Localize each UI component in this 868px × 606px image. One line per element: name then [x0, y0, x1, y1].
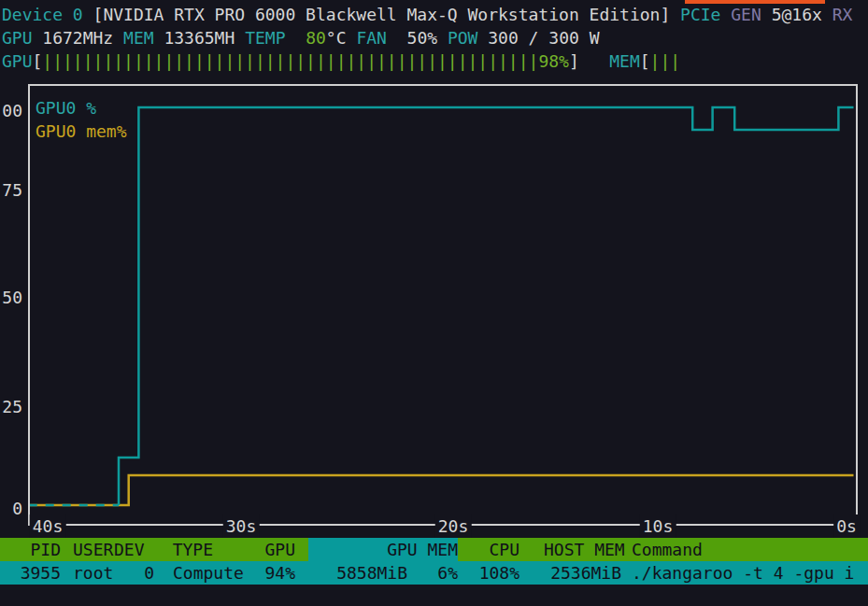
process-table-header: PIDUSERDEVTYPEGPUGPU MEMCPUHOST MEMComma… [0, 538, 868, 561]
legend-gpu0-: GPU0 % [36, 96, 96, 120]
process-cell-gpu-mem: 5858MiB [336, 561, 407, 585]
column-header-host-mem[interactable]: HOST MEM [544, 538, 625, 561]
mem-gauge-pipes: ||| [650, 51, 681, 71]
device-name: [NVIDIA RTX PRO 6000 Blackwell Max-Q Wor… [83, 5, 680, 24]
series-gpu0-mem- [30, 475, 853, 505]
gpu-gauge-percent: 98% [538, 51, 569, 71]
column-header-command[interactable]: Command [632, 538, 703, 561]
gpu-gauge-label: GPU [2, 51, 33, 71]
process-cell-pid: 3955 [21, 561, 61, 585]
column-header-pid[interactable]: PID [30, 538, 61, 561]
fan-value: 50% [387, 28, 448, 48]
process-cell-type: Compute [173, 561, 244, 585]
process-cell-command: ./kangaroo -t 4 -gpu i [632, 561, 854, 585]
x-tick-40s: 40s [30, 514, 66, 538]
process-cell-user: root [73, 561, 113, 585]
gpu-gauge-close-bracket: ] [569, 51, 579, 71]
temp-unit: °C [326, 28, 357, 48]
y-tick-25: 25 [2, 395, 22, 418]
column-header-type[interactable]: TYPE [173, 538, 213, 561]
pcie-label: PCIe [680, 5, 731, 24]
mem-gauge-label: MEM [609, 51, 640, 71]
x-tick-10s: 10s [640, 514, 676, 538]
process-cell-gpu: 94% [264, 561, 295, 585]
column-header-gpu[interactable]: GPU [264, 538, 295, 561]
process-row[interactable]: 3955root0Compute94%5858MiB6%108%2536MiB.… [0, 561, 868, 585]
process-cell-dev: 0 [144, 561, 154, 585]
process-cell-cpu: 108% [479, 561, 519, 585]
y-tick-00: 00 [2, 99, 22, 122]
x-tick-0s: 0s [833, 514, 860, 538]
pcie-gen-value: 5@16x [772, 5, 832, 24]
temp-label: TEMP [245, 28, 285, 48]
pcie-gen-label: GEN [731, 5, 771, 24]
gpu-gauge-pipes: ||||||||||||||||||||||||||||||||||||||||… [42, 51, 538, 71]
temp-spacer [285, 28, 306, 48]
utilization-gauges-line: GPU[||||||||||||||||||||||||||||||||||||… [2, 49, 680, 73]
mem-clock-label: MEM [123, 28, 154, 48]
chart-lines [30, 86, 856, 524]
process-cell-host-mem: 2536MiB [550, 561, 621, 585]
temp-value: 80 [306, 28, 326, 48]
y-tick-0: 0 [2, 497, 22, 520]
x-tick-20s: 20s [435, 514, 472, 538]
column-header-gpu-mem[interactable]: GPU MEM [387, 538, 458, 561]
column-header-dev[interactable]: DEV [114, 538, 145, 561]
process-cell-gpu-mem-pct: 6% [437, 561, 458, 585]
x-tick-30s: 30s [223, 514, 260, 538]
legend-gpu0-mem-: GPU0 mem% [36, 120, 127, 143]
power-value: 300 / 300 W [477, 28, 599, 48]
device-label: Device 0 [2, 5, 83, 24]
y-tick-50: 50 [2, 286, 22, 309]
series-gpu0- [119, 107, 854, 505]
gpu-gauge-open-bracket: [ [33, 51, 43, 71]
y-tick-75: 75 [2, 178, 22, 202]
utilization-chart [28, 84, 858, 526]
gpu-clock-label: GPU [2, 28, 33, 48]
pcie-rx-label: RX [832, 5, 853, 24]
column-header-user[interactable]: USER [73, 538, 113, 561]
mem-clock-value: 13365MH [154, 28, 246, 48]
gpu-stats-line: GPU 1672MHz MEM 13365MH TEMP 80°C FAN 50… [2, 26, 599, 49]
fan-label: FAN [356, 28, 387, 48]
device-info-line: Device 0 [NVIDIA RTX PRO 6000 Blackwell … [2, 3, 852, 26]
column-header-cpu[interactable]: CPU [489, 538, 519, 561]
mem-gauge-open-bracket: [ [640, 51, 650, 71]
nvtop-terminal-screen: Device 0 [NVIDIA RTX PRO 6000 Blackwell … [0, 0, 868, 606]
gpu-clock-value: 1672MHz [33, 28, 124, 48]
power-label: POW [448, 28, 478, 48]
gauge-gap [579, 51, 610, 71]
